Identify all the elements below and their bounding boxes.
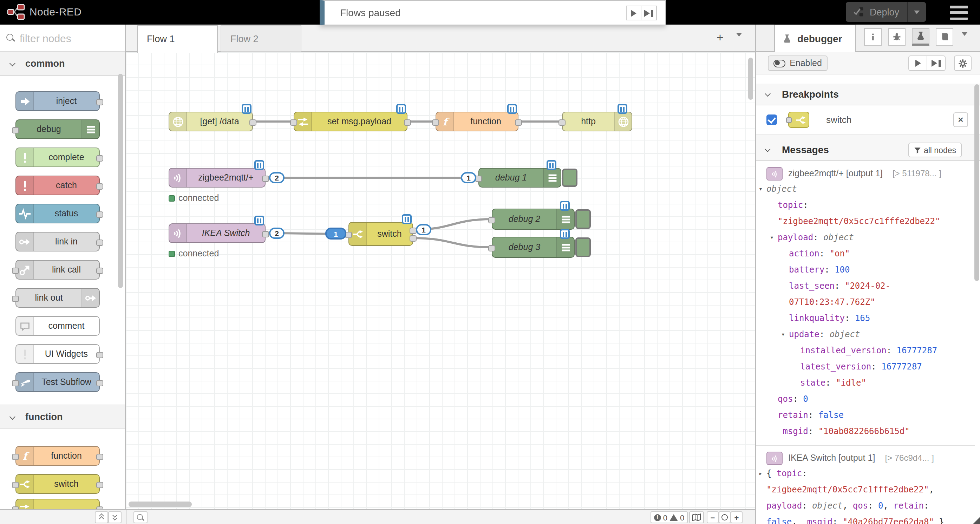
canvas-node-debug-2[interactable]: debug 2 (492, 209, 575, 230)
palette-node-switch[interactable]: switch (16, 474, 100, 494)
output-port[interactable] (96, 211, 103, 218)
palette-search-input[interactable] (20, 32, 111, 44)
output-port[interactable] (96, 183, 103, 189)
zoom-reset-button[interactable] (719, 511, 730, 523)
input-port[interactable] (12, 380, 19, 386)
debug-toggle-button[interactable] (562, 168, 578, 187)
canvas-node--get-data[interactable]: [get] /data (169, 112, 253, 131)
notices-button[interactable]: ! 0 0 (651, 511, 688, 523)
canvas-node-set-msg-payload[interactable]: set msg.payload (294, 112, 407, 131)
input-port[interactable] (12, 481, 19, 488)
palette-node-link-call[interactable]: link call (16, 260, 100, 279)
sidebar-more-tabs-button[interactable] (962, 36, 967, 48)
palette-category-common[interactable]: common (0, 51, 126, 76)
input-port[interactable] (12, 127, 19, 133)
canvas-node-zigbee2mqtt-[interactable]: zigbee2mqtt/+ (169, 168, 266, 187)
sidebar-tab-help[interactable] (936, 28, 953, 46)
canvas-search-button[interactable] (134, 511, 148, 523)
sidebar-tab-info[interactable] (864, 28, 881, 46)
output-port[interactable] (96, 99, 103, 105)
canvas-node-ikea-switch[interactable]: IKEA Switch (169, 223, 266, 243)
breakpoints-section-header[interactable]: Breakpoints (756, 84, 980, 105)
output-port[interactable] (250, 119, 256, 125)
input-port[interactable] (558, 119, 566, 125)
palette-node-debug[interactable]: debug (16, 119, 100, 139)
flow-canvas[interactable]: [get] /dataset msg.payloadffunctionhttpz… (126, 52, 755, 509)
message-meta[interactable]: [> 76c9d4... ] (885, 453, 934, 463)
caret-open-icon[interactable]: ▾ (759, 181, 762, 197)
deploy-options-button[interactable] (907, 2, 926, 22)
messages-filter-button[interactable]: all nodes (908, 143, 962, 157)
output-port[interactable] (96, 352, 103, 358)
flow-list-button[interactable] (736, 37, 742, 49)
output-port[interactable] (262, 175, 269, 181)
output-port[interactable] (404, 119, 411, 125)
sidebar-scrollbar[interactable] (974, 84, 979, 281)
caret-open-icon[interactable]: ▾ (770, 230, 774, 246)
message-meta[interactable]: [> 511978... ] (892, 168, 941, 178)
canvas-horizontal-scrollbar[interactable] (129, 502, 192, 507)
palette-expand-all-button[interactable] (108, 511, 121, 523)
palette-node-link-in[interactable]: link in (16, 232, 100, 251)
input-port[interactable] (432, 119, 439, 125)
breakpoint-checkbox[interactable] (767, 114, 777, 125)
canvas-node-debug-3[interactable]: debug 3 (492, 237, 575, 258)
canvas-node-http[interactable]: http (562, 112, 632, 131)
step-next-button[interactable] (641, 6, 657, 21)
canvas-node-debug-1[interactable]: debug 1 (479, 168, 561, 187)
palette-node-function[interactable]: ffunction (16, 446, 100, 466)
debugger-settings-button[interactable] (954, 56, 972, 71)
palette-node-comment[interactable]: comment (16, 316, 100, 336)
palette-node-partial[interactable] (16, 499, 100, 509)
debugger-play-button[interactable] (908, 56, 928, 71)
navigator-button[interactable] (689, 511, 704, 523)
caret-open-icon[interactable]: ▾ (781, 327, 785, 343)
caret-closed-icon[interactable]: ▸ (759, 466, 762, 482)
main-menu-button[interactable] (950, 6, 971, 20)
output-port[interactable] (96, 506, 103, 509)
output-port[interactable] (262, 231, 269, 237)
output-port[interactable] (96, 380, 103, 386)
debugger-enabled-toggle[interactable]: Enabled (768, 56, 827, 71)
canvas-vertical-scrollbar[interactable] (748, 57, 753, 100)
palette-node-ui-widgets[interactable]: UI Widgets (16, 344, 100, 364)
output-port[interactable] (96, 239, 103, 246)
resize-handle[interactable] (973, 517, 980, 524)
palette-node-test-subflow[interactable]: Test Subflow (16, 372, 100, 392)
debug-message[interactable]: zigbee2mqtt/+ [output 1][> 511978... ]▾o… (756, 162, 975, 446)
output-port[interactable] (515, 119, 522, 125)
resume-flows-button[interactable] (626, 6, 641, 21)
add-flow-button[interactable]: + (712, 31, 728, 46)
sidebar-tab-debug-messages[interactable] (888, 28, 905, 46)
flow-tab-flow-2[interactable]: Flow 2 (221, 25, 301, 52)
palette-category-function[interactable]: function (0, 405, 126, 429)
debug-message[interactable]: IKEA Switch [output 1][> 76c9d4... ]▸{ t… (756, 446, 975, 524)
debug-toggle-button[interactable] (575, 237, 591, 257)
palette-scrollbar[interactable] (118, 74, 123, 288)
palette-node-catch[interactable]: catch (16, 176, 100, 195)
zoom-in-button[interactable]: + (730, 511, 743, 523)
output-port[interactable] (410, 227, 417, 234)
output-port[interactable] (96, 481, 103, 488)
input-port[interactable] (488, 217, 495, 223)
breakpoint-remove-button[interactable]: ✕ (953, 113, 968, 127)
input-port[interactable] (12, 506, 19, 509)
debug-toggle-button[interactable] (575, 209, 591, 229)
debugger-step-button[interactable] (927, 56, 946, 71)
sidebar-tab-debugger-icon[interactable] (912, 28, 929, 46)
output-port[interactable] (96, 453, 103, 460)
canvas-node-switch[interactable]: switch (348, 222, 413, 246)
output-port[interactable] (96, 267, 103, 273)
output-port[interactable] (96, 155, 103, 161)
input-port[interactable] (290, 119, 297, 125)
palette-collapse-all-button[interactable] (95, 511, 108, 523)
canvas-node-function[interactable]: ffunction (436, 112, 519, 131)
input-port[interactable] (12, 453, 19, 460)
palette-node-status[interactable]: status (16, 204, 100, 223)
palette-node-complete[interactable]: complete (16, 148, 100, 167)
flow-tab-flow-1[interactable]: Flow 1 (137, 25, 218, 53)
sidebar-tab-debugger[interactable]: debugger (774, 25, 856, 52)
input-port[interactable] (12, 295, 19, 302)
wire[interactable] (413, 238, 492, 247)
palette-node-link-out[interactable]: link out (16, 288, 100, 308)
